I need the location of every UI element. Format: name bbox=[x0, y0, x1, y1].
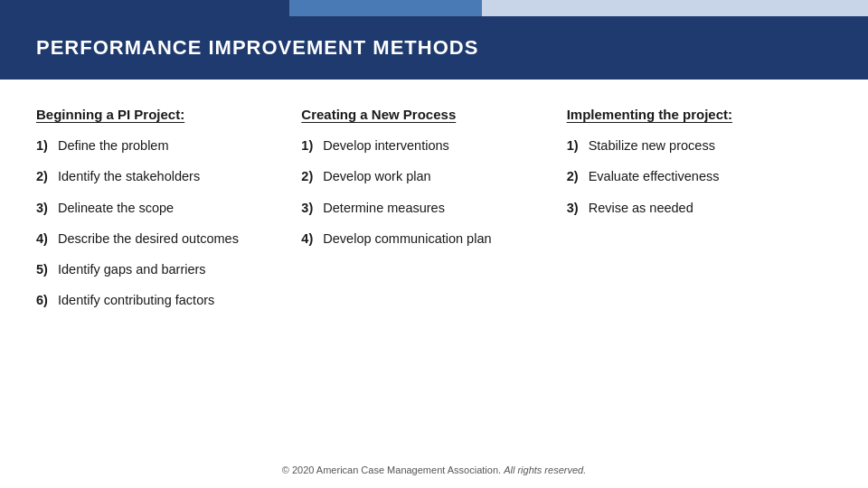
column-creating: Creating a New Process 1) Develop interv… bbox=[301, 107, 566, 323]
list-text: Identify contributing factors bbox=[58, 291, 283, 309]
list-item: 2) Identify the stakeholders bbox=[36, 167, 283, 185]
column-implementing: Implementing the project: 1) Stabilize n… bbox=[567, 107, 832, 323]
list-num: 6) bbox=[36, 291, 58, 309]
list-text: Identify the stakeholders bbox=[58, 167, 283, 185]
list-num: 4) bbox=[301, 230, 323, 248]
list-item: 1) Stabilize new process bbox=[567, 136, 814, 155]
list-text: Develop communication plan bbox=[323, 230, 548, 248]
list-item: 2) Develop work plan bbox=[301, 167, 548, 185]
list-num: 5) bbox=[36, 260, 58, 278]
footer: © 2020 American Case Management Associat… bbox=[0, 465, 868, 475]
page-title: PERFORMANCE IMPROVEMENT METHODS bbox=[36, 36, 478, 59]
list-item: 5) Identify gaps and barriers bbox=[36, 260, 283, 278]
list-item: 2) Evaluate effectiveness bbox=[567, 167, 814, 185]
footer-copyright: © 2020 American Case Management Associat… bbox=[282, 465, 501, 475]
top-bar-segment-2 bbox=[289, 0, 482, 16]
list-item: 1) Define the problem bbox=[36, 136, 283, 155]
list-text: Define the problem bbox=[58, 136, 283, 155]
column-header-creating: Creating a New Process bbox=[301, 107, 548, 122]
list-num: 3) bbox=[301, 199, 323, 217]
top-bar-segment-3 bbox=[482, 0, 868, 16]
page-header: PERFORMANCE IMPROVEMENT METHODS bbox=[0, 16, 868, 80]
list-item: 1) Develop interventions bbox=[301, 136, 548, 155]
list-num: 4) bbox=[36, 230, 58, 248]
list-num: 3) bbox=[567, 199, 589, 217]
list-item: 3) Revise as needed bbox=[567, 199, 814, 217]
footer-rights: All rights reserved. bbox=[504, 465, 586, 475]
list-item: 4) Develop communication plan bbox=[301, 230, 548, 248]
list-num: 1) bbox=[567, 136, 589, 155]
list-text: Determine measures bbox=[323, 199, 548, 217]
column-header-beginning: Beginning a PI Project: bbox=[36, 107, 283, 122]
column-beginning: Beginning a PI Project: 1) Define the pr… bbox=[36, 107, 301, 323]
list-num: 2) bbox=[567, 167, 589, 185]
list-text: Identify gaps and barriers bbox=[58, 260, 283, 278]
list-num: 1) bbox=[36, 136, 58, 155]
list-item: 3) Determine measures bbox=[301, 199, 548, 217]
list-num: 2) bbox=[301, 167, 323, 185]
column-header-implementing: Implementing the project: bbox=[567, 107, 814, 122]
list-num: 1) bbox=[301, 136, 323, 155]
list-item: 3) Delineate the scope bbox=[36, 199, 283, 217]
list-text: Develop work plan bbox=[323, 167, 548, 185]
top-bar-segment-1 bbox=[0, 0, 289, 16]
list-text: Revise as needed bbox=[589, 199, 814, 217]
list-text: Describe the desired outcomes bbox=[58, 230, 283, 248]
list-text: Develop interventions bbox=[323, 136, 548, 155]
list-text: Delineate the scope bbox=[58, 199, 283, 217]
list-item: 6) Identify contributing factors bbox=[36, 291, 283, 309]
list-text: Evaluate effectiveness bbox=[589, 167, 814, 185]
list-num: 2) bbox=[36, 167, 58, 185]
list-text: Stabilize new process bbox=[589, 136, 814, 155]
list-item: 4) Describe the desired outcomes bbox=[36, 230, 283, 248]
top-bar bbox=[0, 0, 868, 16]
list-num: 3) bbox=[36, 199, 58, 217]
main-content: Beginning a PI Project: 1) Define the pr… bbox=[0, 80, 868, 341]
